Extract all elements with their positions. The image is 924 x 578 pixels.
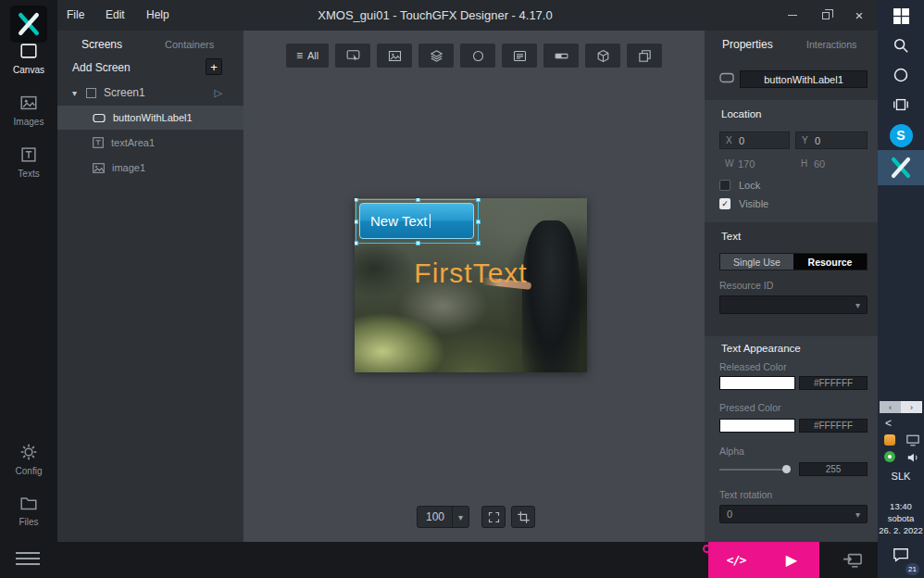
task-view-button[interactable] — [878, 93, 924, 117]
lock-checkbox[interactable] — [719, 180, 730, 191]
alpha-value[interactable]: 255 — [799, 462, 868, 476]
nav-config[interactable]: Config — [0, 442, 57, 476]
resize-handle-nw[interactable] — [355, 198, 358, 202]
tab-interactions[interactable]: Interactions — [806, 39, 856, 50]
nav-files[interactable]: Files — [0, 493, 57, 527]
cortana-button[interactable] — [878, 63, 924, 87]
text-rotation-dropdown[interactable]: 0 ▾ — [719, 505, 868, 523]
screen-checkbox[interactable] — [86, 88, 96, 98]
nav-images[interactable]: Images — [0, 93, 57, 127]
alpha-slider-track[interactable] — [719, 469, 788, 471]
run-simulator-button[interactable]: ▶ — [764, 542, 819, 578]
x-input[interactable]: X 0 — [719, 132, 790, 149]
scroll-right-icon[interactable]: › — [901, 401, 922, 413]
scroll-left-icon[interactable]: ‹ — [880, 401, 901, 413]
location-title: Location — [721, 108, 761, 119]
filter-3d-button[interactable] — [585, 44, 620, 68]
start-button[interactable] — [878, 4, 924, 28]
menu-edit[interactable]: Edit — [96, 0, 134, 31]
skype-taskbar-button[interactable]: S — [878, 122, 924, 148]
images-icon — [0, 93, 57, 113]
filter-misc-button[interactable] — [627, 44, 662, 68]
zoom-dropdown[interactable]: 100 ▾ — [417, 506, 469, 528]
tab-screens[interactable]: Screens — [81, 38, 122, 51]
pressed-color-hex[interactable]: #FFFFFF — [799, 419, 868, 433]
alpha-slider-handle[interactable] — [782, 465, 791, 473]
released-color-hex[interactable]: #FFFFFF — [799, 376, 868, 390]
minimize-button[interactable] — [776, 0, 809, 31]
filter-all-button[interactable]: ≡ All — [286, 44, 329, 68]
tray-app-icon[interactable] — [884, 434, 895, 446]
canvas-area[interactable]: ≡ All — [243, 31, 705, 542]
tree-item-buttonwithlabel1[interactable]: buttonWithLabel1 — [57, 106, 243, 130]
text-cursor-icon — [430, 214, 431, 228]
tab-containers[interactable]: Containers — [165, 39, 214, 50]
filter-progress-button[interactable] — [543, 44, 579, 68]
textbox-icon — [512, 48, 528, 64]
filter-containers-button[interactable] — [418, 44, 454, 68]
filter-common-button[interactable] — [335, 44, 370, 68]
widget-filter-toolbar: ≡ All — [243, 44, 705, 68]
tree-item-textarea1[interactable]: textArea1 — [57, 131, 243, 155]
properties-panel: Properties Interactions buttonWithLabel1… — [705, 31, 878, 542]
activity-bar: Canvas Images Texts — [0, 0, 57, 578]
resize-handle-s[interactable] — [416, 241, 420, 245]
menu-icon: ≡ — [296, 49, 303, 62]
taskbar-scroll-strip: ‹ › — [880, 401, 922, 413]
visible-checkbox[interactable]: ✓ — [719, 198, 730, 209]
filter-images-button[interactable] — [377, 44, 412, 68]
generate-code-button[interactable]: </> — [708, 542, 764, 578]
add-screen-label[interactable]: Add Screen — [72, 61, 131, 74]
chevron-down-icon[interactable]: ▾ — [72, 88, 84, 98]
show-hidden-icons-button[interactable]: < — [885, 417, 892, 430]
resize-handle-n[interactable] — [416, 198, 420, 202]
x-value: 0 — [739, 135, 744, 146]
image-widget-icon — [93, 163, 105, 173]
pressed-color-swatch[interactable] — [719, 419, 795, 433]
tab-properties[interactable]: Properties — [722, 38, 773, 51]
add-screen-button[interactable]: + — [206, 58, 222, 75]
touchgfx-taskbar-button[interactable] — [878, 150, 924, 185]
released-color-swatch[interactable] — [719, 376, 795, 390]
image1-widget[interactable]: FirstText New Text — [355, 198, 587, 372]
nav-texts[interactable]: Texts — [0, 144, 57, 179]
menu-help[interactable]: Help — [137, 0, 179, 31]
windows-taskbar: S ‹ › < SLK 13:40 sobota 26. 2. 2022 21 — [878, 0, 924, 578]
single-use-option[interactable]: Single Use — [720, 254, 793, 270]
taskbar-clock[interactable]: 13:40 sobota 26. 2. 2022 — [878, 500, 924, 536]
close-button[interactable]: × — [843, 0, 876, 31]
language-indicator[interactable]: SLK — [878, 471, 924, 482]
touchgfx-x-icon — [890, 157, 912, 179]
widget-name-input[interactable]: buttonWithLabel1 — [740, 70, 868, 88]
volume-icon[interactable] — [906, 451, 919, 464]
system-tray — [878, 434, 924, 464]
filter-shapes-button[interactable] — [460, 44, 495, 68]
tree-screen1-row[interactable]: ▾ Screen1 ▷ — [57, 82, 243, 103]
hamburger-menu-icon[interactable] — [16, 552, 40, 569]
nav-canvas[interactable]: Canvas — [0, 41, 57, 75]
resize-handle-e[interactable] — [476, 220, 481, 224]
tray-green-status-icon[interactable] — [884, 451, 895, 462]
run-on-target-button[interactable] — [833, 542, 872, 578]
run-screen-icon[interactable]: ▷ — [215, 87, 222, 99]
taskbar-search-button[interactable] — [878, 33, 924, 57]
crop-button[interactable] — [511, 506, 535, 528]
resize-handle-se[interactable] — [476, 241, 481, 245]
textarea1-widget[interactable]: FirstText — [355, 258, 587, 289]
resource-id-dropdown[interactable]: ▾ — [719, 295, 868, 314]
restore-button[interactable] — [809, 0, 843, 31]
fit-to-screen-button[interactable] — [481, 506, 506, 528]
resize-handle-ne[interactable] — [476, 198, 481, 202]
tray-display-icon[interactable] — [906, 434, 919, 446]
chevron-down-icon: ▾ — [855, 300, 860, 310]
resource-option[interactable]: Resource — [793, 254, 867, 270]
filter-textareas-button[interactable] — [502, 44, 537, 68]
released-color-label: Released Color — [719, 361, 786, 372]
resize-handle-w[interactable] — [355, 220, 358, 224]
buttonwithlabel1-widget[interactable]: New Text — [359, 203, 474, 239]
menu-file[interactable]: File — [57, 0, 94, 31]
y-input[interactable]: Y 0 — [795, 132, 868, 149]
action-center-button[interactable]: 21 — [878, 547, 924, 574]
tree-item-image1[interactable]: image1 — [57, 156, 243, 180]
rotation-value: 0 — [727, 509, 732, 520]
